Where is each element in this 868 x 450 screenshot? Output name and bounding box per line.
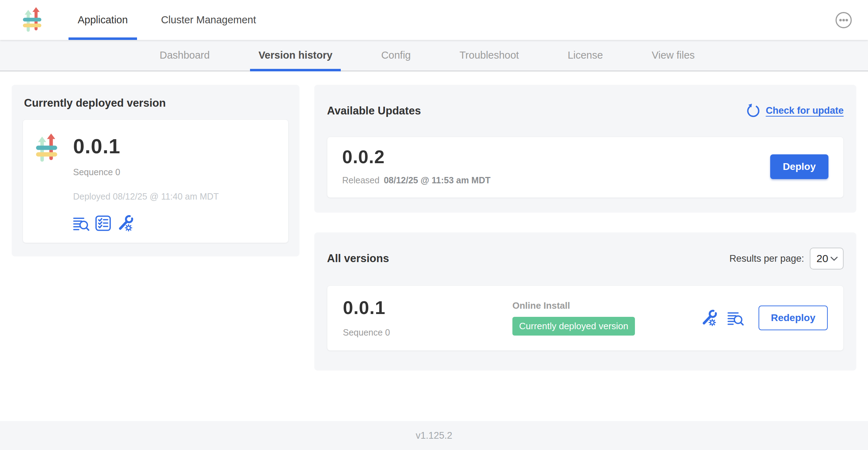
tab-label: Version history: [258, 49, 333, 61]
check-for-update-link[interactable]: Check for update: [746, 103, 844, 118]
tab-label: License: [567, 49, 603, 61]
deployed-timestamp: Deployed 08/12/25 @ 11:40 am MDT: [73, 191, 219, 202]
chevron-down-icon: [830, 256, 838, 261]
row-sequence: Sequence 0: [343, 327, 512, 338]
tab-view-files[interactable]: View files: [643, 40, 703, 71]
released-timestamp: 08/12/25 @ 11:53 am MDT: [384, 175, 491, 185]
available-updates-title: Available Updates: [327, 105, 421, 117]
deployed-version-number: 0.0.1: [73, 136, 219, 156]
app-logo-icon: [23, 7, 42, 33]
tab-dashboard[interactable]: Dashboard: [151, 40, 218, 71]
redeploy-button[interactable]: Redeploy: [759, 306, 828, 330]
nav-tab-label: Cluster Management: [161, 14, 256, 26]
deployed-version-details: 0.0.1 Sequence 0 Deployed 08/12/25 @ 11:…: [73, 132, 219, 231]
navbar-right: [835, 0, 852, 40]
page-footer: v1.125.2: [0, 421, 868, 450]
results-per-page-value: 20: [816, 253, 828, 265]
update-version-number: 0.0.2: [342, 148, 491, 166]
results-per-page-select[interactable]: 20: [810, 248, 844, 270]
preflight-checks-icon[interactable]: [95, 215, 111, 231]
tab-label: Config: [381, 49, 411, 61]
tab-label: Dashboard: [160, 49, 210, 61]
results-per-page-label: Results per page:: [729, 253, 804, 264]
available-update-row: 0.0.2 Released 08/12/25 @ 11:53 am MDT D…: [327, 137, 844, 198]
deployed-sequence: Sequence 0: [73, 167, 219, 177]
tab-label: Troubleshoot: [459, 49, 519, 61]
version-row-status: Online Install Currently deployed versio…: [512, 300, 701, 336]
released-prefix: Released: [342, 175, 380, 185]
currently-deployed-title: Currently deployed version: [24, 97, 289, 109]
results-per-page-control: Results per page: 20: [729, 248, 844, 270]
update-released-line: Released 08/12/25 @ 11:53 am MDT: [342, 175, 491, 185]
tab-license[interactable]: License: [559, 40, 611, 71]
tab-version-history[interactable]: Version history: [250, 40, 341, 71]
deployed-version-actions: [73, 215, 219, 231]
edit-config-icon[interactable]: [701, 310, 717, 326]
console-version-label: v1.125.2: [416, 430, 452, 441]
deployed-version-panel: 0.0.1 Sequence 0 Deployed 08/12/25 @ 11:…: [23, 119, 289, 243]
main-content: Currently deployed version 0.0.1 Sequenc…: [0, 71, 868, 371]
deploy-button[interactable]: Deploy: [770, 154, 828, 179]
available-updates-card: Available Updates Check for update 0.0.2…: [314, 85, 856, 213]
primary-nav-tabs: Application Cluster Management: [69, 0, 280, 40]
nav-tab-cluster-management[interactable]: Cluster Management: [152, 0, 265, 40]
version-row: 0.0.1 Sequence 0 Online Install Currentl…: [327, 285, 844, 351]
tab-troubleshoot[interactable]: Troubleshoot: [451, 40, 527, 71]
check-for-update-label: Check for update: [766, 105, 844, 116]
deploy-logs-icon[interactable]: [727, 310, 744, 326]
app-subnav: Dashboard Version history Config Trouble…: [0, 40, 868, 71]
refresh-icon: [746, 103, 761, 118]
all-versions-title: All versions: [327, 252, 389, 265]
currently-deployed-card: Currently deployed version 0.0.1 Sequenc…: [12, 85, 299, 256]
row-version-number: 0.0.1: [343, 298, 512, 317]
available-updates-header: Available Updates Check for update: [327, 95, 844, 126]
all-versions-header: All versions Results per page: 20: [327, 243, 844, 274]
version-row-details: 0.0.1 Sequence 0: [343, 298, 512, 338]
update-details: 0.0.2 Released 08/12/25 @ 11:53 am MDT: [342, 148, 491, 185]
edit-config-icon[interactable]: [117, 215, 133, 231]
tab-config[interactable]: Config: [373, 40, 419, 71]
deploy-logs-icon[interactable]: [73, 215, 89, 231]
all-versions-card: All versions Results per page: 20 0.0.1 …: [314, 232, 856, 370]
currently-deployed-badge: Currently deployed version: [512, 317, 635, 336]
right-column: Available Updates Check for update 0.0.2…: [314, 85, 856, 371]
ellipsis-menu-icon: [835, 11, 852, 29]
app-logo-icon: [36, 133, 58, 164]
top-navbar: Application Cluster Management: [0, 0, 868, 40]
version-row-actions: Redeploy: [701, 306, 828, 330]
nav-tab-label: Application: [78, 14, 128, 26]
install-type-label: Online Install: [512, 300, 701, 311]
tab-label: View files: [652, 49, 695, 61]
nav-tab-application[interactable]: Application: [69, 0, 137, 40]
overflow-menu-button[interactable]: [835, 11, 852, 29]
